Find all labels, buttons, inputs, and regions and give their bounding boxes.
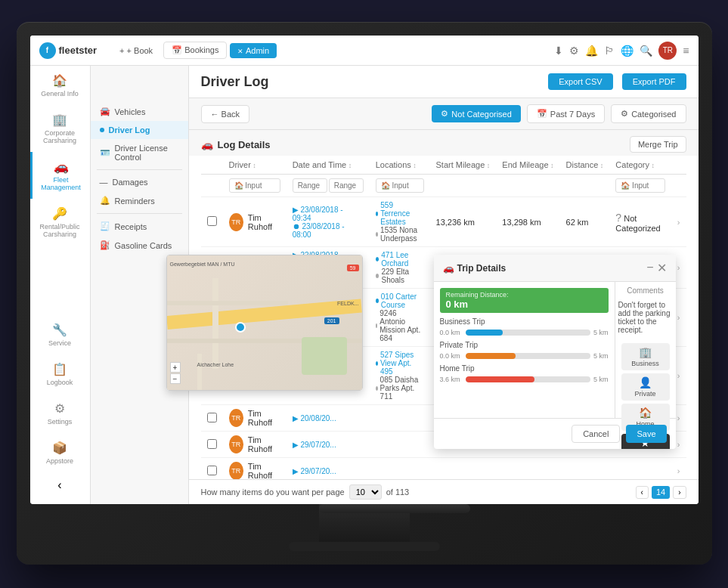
sub-sidebar-damages[interactable]: — Damages [91, 173, 188, 191]
th-locations[interactable]: Locations [370, 156, 430, 175]
prev-page-btn[interactable]: ‹ [636, 486, 649, 499]
sub-sidebar-driver-log[interactable]: Driver Log [91, 121, 188, 139]
table-row[interactable]: TRTim Ruhoff ▶ 29/07/20... › [201, 458, 686, 480]
business-bar-bg [466, 330, 590, 336]
th-checkbox [201, 156, 223, 175]
sub-sidebar-license[interactable]: 🪪 Driver License Control [91, 139, 188, 166]
admin-button[interactable]: Admin [230, 43, 277, 58]
driver-avatar: TR [229, 213, 243, 231]
trip-panel-close[interactable]: ✕ [657, 261, 667, 275]
map-zoom-out[interactable]: − [170, 373, 181, 384]
search-icon[interactable]: 🔍 [640, 45, 652, 57]
rental-icon: 🔑 [52, 206, 67, 221]
row-checkbox[interactable] [207, 439, 217, 449]
home-icon: 🏠 [639, 407, 652, 419]
th-distance[interactable]: Distance [560, 156, 610, 175]
sidebar-item-appstore[interactable]: 📦 Appstore [30, 433, 90, 472]
sidebar-item-service[interactable]: 🔧 Service [30, 315, 90, 354]
page-number: 14 [652, 486, 670, 499]
sub-sidebar-vehicles[interactable]: 🚘 Vehicles [91, 102, 188, 121]
trip-right-panel: Comments Don't forget to add the parking… [615, 282, 676, 418]
receipts-icon: 🧾 [100, 221, 110, 231]
map-zoom-in[interactable]: + [170, 362, 181, 373]
log-section-title: 🚗 Log Details [201, 139, 271, 150]
filter-bar: ← Back ⚙ Not Categorised 📅 Past 7 Days [189, 98, 699, 130]
settings-icon[interactable]: ⚙ [569, 45, 579, 57]
bookings-icon: 📅 [172, 45, 182, 54]
sub-sidebar-receipts[interactable]: 🧾 Receipts [91, 217, 188, 236]
trip-panel-header: 🚗 Trip Details − ✕ [434, 255, 676, 282]
filter-location-input[interactable] [376, 178, 424, 193]
driver-avatar: TR [229, 435, 243, 453]
service-icon: 🔧 [52, 323, 67, 337]
reminders-icon: 🔔 [100, 196, 110, 206]
sub-sidebar-gasoline[interactable]: ⛽ Gasoline Cards [91, 236, 188, 255]
trip-type-private-btn[interactable]: 👤 Private [621, 373, 670, 401]
trip-panel-minimize[interactable]: − [646, 261, 653, 275]
pagination: How many items do you want per page 10 2… [189, 479, 699, 504]
main-sidebar: 🏠 General Info 🏢 Corporate Carsharing 🚗 … [30, 36, 91, 504]
globe-icon[interactable]: 🌐 [621, 45, 634, 57]
private-bar-fill [466, 353, 516, 359]
merge-trip-button[interactable]: Merge Trip [630, 136, 686, 153]
appstore-icon: 📦 [52, 441, 67, 455]
save-button[interactable]: Save [626, 425, 666, 443]
menu-icon[interactable]: ≡ [683, 45, 689, 57]
row-checkbox[interactable] [207, 466, 217, 475]
map-label-feldk: FELDK... [337, 301, 358, 306]
topbar-nav: + Book 📅 Bookings Admin [112, 42, 277, 59]
page-size-select[interactable]: 10 25 50 [349, 484, 382, 500]
th-start-mileage[interactable]: Start Mileage [430, 156, 497, 175]
table-filter-row [201, 175, 686, 197]
sidebar-item-rental[interactable]: 🔑 Rental/Public Carsharing [30, 199, 90, 246]
past7-button[interactable]: 📅 Past 7 Days [527, 104, 605, 123]
settings-sidebar-icon: ⚙ [54, 401, 65, 416]
damages-icon: — [100, 178, 108, 187]
th-actions [671, 156, 686, 175]
map-overlay: Gewerbegebiet MAN / MTU FELDK... Aichach… [166, 255, 363, 391]
sidebar-item-general-info[interactable]: 🏠 General Info [30, 66, 90, 105]
categorised-button[interactable]: ⚙ Categorised [611, 104, 686, 123]
table-row[interactable]: TRTim Ruhoff ▶ 23/08/2018 - 09:34⏺ 23/08… [201, 197, 686, 247]
filter-range-start[interactable] [293, 178, 327, 193]
flag-icon[interactable]: 🏳 [604, 45, 615, 57]
bookings-button[interactable]: 📅 Bookings [163, 42, 227, 59]
pagination-total: of 113 [386, 487, 410, 497]
filter-driver-input[interactable] [229, 178, 280, 193]
back-button[interactable]: ← Back [201, 105, 250, 123]
driver-avatar: TR [229, 462, 243, 479]
not-categorised-button[interactable]: ⚙ Not Categorised [432, 105, 521, 122]
trip-panel-title: 🚗 Trip Details [443, 263, 507, 274]
filter-range-end[interactable] [329, 178, 364, 193]
license-icon: 🪪 [100, 148, 110, 158]
cancel-button[interactable]: Cancel [572, 425, 620, 443]
th-end-mileage[interactable]: End Mileage [496, 156, 559, 175]
home-bar-bg [466, 376, 590, 382]
sidebar-item-fleet[interactable]: 🚗 Fleet Management [30, 152, 90, 199]
sub-sidebar-reminders[interactable]: 🔔 Reminders [91, 191, 188, 210]
map-label-mtu: Gewerbegebiet MAN / MTU [170, 262, 235, 267]
next-page-btn[interactable]: › [673, 486, 686, 499]
sidebar-collapse-btn[interactable]: ‹ [51, 472, 67, 498]
trip-type-business-btn[interactable]: 🏢 Business [621, 343, 670, 370]
monitor-stand [319, 504, 410, 542]
th-category[interactable]: Category [609, 156, 671, 175]
avatar[interactable]: TR [658, 42, 677, 60]
sidebar-item-settings[interactable]: ⚙ Settings [30, 394, 90, 433]
download-icon[interactable]: ⬇ [554, 45, 563, 57]
th-datetime[interactable]: Date and Time [287, 156, 370, 175]
page-title: Driver Log [201, 74, 269, 90]
map-badge: 59 [347, 265, 359, 271]
map-marker [235, 322, 246, 333]
sidebar-item-logbook[interactable]: 📋 Logbook [30, 354, 90, 394]
filter-category-input[interactable] [615, 178, 664, 193]
private-bar-bg [466, 353, 590, 359]
export-csv-button[interactable]: Export CSV [548, 73, 612, 90]
book-button[interactable]: + Book [112, 43, 160, 58]
sidebar-item-corporate[interactable]: 🏢 Corporate Carsharing [30, 105, 90, 152]
th-driver[interactable]: Driver [223, 156, 287, 175]
export-pdf-button[interactable]: Export PDF [622, 73, 686, 90]
row-checkbox[interactable] [207, 216, 217, 226]
row-checkbox[interactable] [207, 413, 217, 422]
bell-icon[interactable]: 🔔 [585, 45, 598, 57]
